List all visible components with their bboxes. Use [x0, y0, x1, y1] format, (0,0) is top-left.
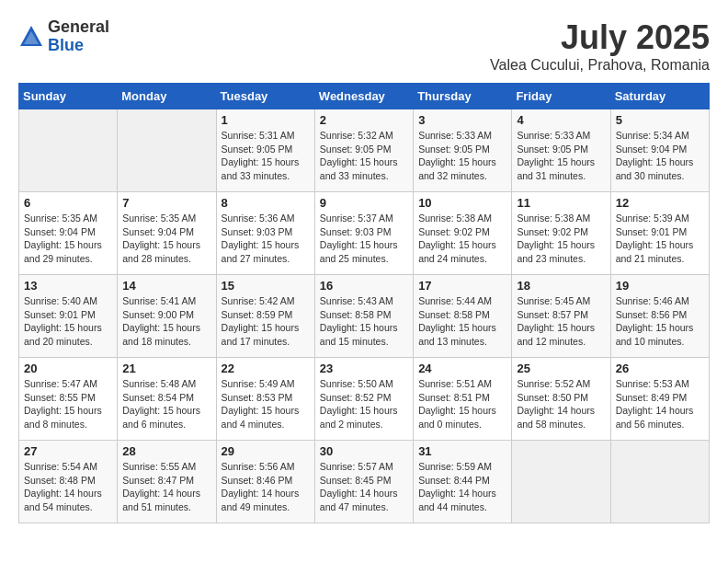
title-section: July 2025 Valea Cucului, Prahova, Romani…	[490, 18, 710, 74]
calendar-cell: 9Sunrise: 5:37 AM Sunset: 9:03 PM Daylig…	[314, 192, 413, 275]
day-info: Sunrise: 5:35 AM Sunset: 9:04 PM Dayligh…	[122, 212, 210, 266]
day-info: Sunrise: 5:33 AM Sunset: 9:05 PM Dayligh…	[418, 129, 506, 183]
week-row-1: 1Sunrise: 5:31 AM Sunset: 9:05 PM Daylig…	[19, 109, 710, 192]
day-info: Sunrise: 5:31 AM Sunset: 9:05 PM Dayligh…	[222, 129, 310, 183]
day-info: Sunrise: 5:32 AM Sunset: 9:05 PM Dayligh…	[320, 129, 408, 183]
calendar-cell: 29Sunrise: 5:56 AM Sunset: 8:46 PM Dayli…	[216, 441, 314, 523]
week-row-2: 6Sunrise: 5:35 AM Sunset: 9:04 PM Daylig…	[19, 192, 710, 275]
day-number: 16	[320, 279, 408, 293]
day-number: 14	[122, 279, 210, 293]
day-info: Sunrise: 5:52 AM Sunset: 8:50 PM Dayligh…	[517, 377, 605, 431]
day-info: Sunrise: 5:48 AM Sunset: 8:54 PM Dayligh…	[122, 377, 210, 431]
day-number: 2	[320, 113, 408, 127]
page-header: General Blue July 2025 Valea Cucului, Pr…	[18, 18, 710, 74]
logo-icon	[18, 24, 44, 50]
calendar-table: SundayMondayTuesdayWednesdayThursdayFrid…	[18, 83, 710, 523]
calendar-cell: 15Sunrise: 5:42 AM Sunset: 8:59 PM Dayli…	[216, 275, 314, 358]
calendar-cell: 5Sunrise: 5:34 AM Sunset: 9:04 PM Daylig…	[610, 109, 709, 192]
calendar-cell: 27Sunrise: 5:54 AM Sunset: 8:48 PM Dayli…	[19, 441, 118, 523]
calendar-cell: 19Sunrise: 5:46 AM Sunset: 8:56 PM Dayli…	[610, 275, 709, 358]
day-number: 12	[616, 196, 704, 210]
calendar-cell	[610, 441, 709, 523]
day-info: Sunrise: 5:46 AM Sunset: 8:56 PM Dayligh…	[616, 294, 704, 349]
day-number: 24	[418, 362, 506, 375]
calendar-cell: 24Sunrise: 5:51 AM Sunset: 8:51 PM Dayli…	[414, 358, 512, 441]
day-number: 30	[320, 444, 408, 458]
day-number: 17	[418, 279, 506, 293]
calendar-cell: 16Sunrise: 5:43 AM Sunset: 8:58 PM Dayli…	[314, 275, 413, 358]
calendar-cell: 17Sunrise: 5:44 AM Sunset: 8:58 PM Dayli…	[414, 275, 512, 358]
logo-text: General Blue	[48, 18, 109, 55]
day-number: 19	[616, 279, 704, 293]
day-info: Sunrise: 5:33 AM Sunset: 9:05 PM Dayligh…	[517, 129, 605, 183]
day-info: Sunrise: 5:51 AM Sunset: 8:51 PM Dayligh…	[418, 377, 506, 431]
day-info: Sunrise: 5:35 AM Sunset: 9:04 PM Dayligh…	[24, 212, 112, 266]
calendar-cell: 26Sunrise: 5:53 AM Sunset: 8:49 PM Dayli…	[610, 358, 709, 441]
week-row-4: 20Sunrise: 5:47 AM Sunset: 8:55 PM Dayli…	[19, 358, 710, 441]
calendar-cell: 23Sunrise: 5:50 AM Sunset: 8:52 PM Dayli…	[314, 358, 413, 441]
day-info: Sunrise: 5:55 AM Sunset: 8:47 PM Dayligh…	[122, 460, 210, 514]
day-info: Sunrise: 5:42 AM Sunset: 8:59 PM Dayligh…	[222, 294, 310, 349]
calendar-cell: 14Sunrise: 5:41 AM Sunset: 9:00 PM Dayli…	[118, 275, 216, 358]
column-header-tuesday: Tuesday	[216, 84, 314, 109]
column-header-thursday: Thursday	[414, 84, 512, 109]
day-info: Sunrise: 5:47 AM Sunset: 8:55 PM Dayligh…	[24, 377, 112, 431]
column-header-sunday: Sunday	[19, 84, 118, 109]
calendar-cell: 25Sunrise: 5:52 AM Sunset: 8:50 PM Dayli…	[512, 358, 610, 441]
day-info: Sunrise: 5:56 AM Sunset: 8:46 PM Dayligh…	[222, 460, 310, 514]
day-number: 6	[24, 196, 112, 210]
day-number: 8	[222, 196, 310, 210]
day-number: 5	[616, 113, 704, 127]
day-number: 23	[320, 362, 408, 375]
day-number: 22	[222, 362, 310, 375]
day-number: 29	[222, 444, 310, 458]
calendar-cell: 21Sunrise: 5:48 AM Sunset: 8:54 PM Dayli…	[118, 358, 216, 441]
day-info: Sunrise: 5:53 AM Sunset: 8:49 PM Dayligh…	[616, 377, 704, 431]
day-info: Sunrise: 5:34 AM Sunset: 9:04 PM Dayligh…	[616, 129, 704, 183]
calendar-cell: 4Sunrise: 5:33 AM Sunset: 9:05 PM Daylig…	[512, 109, 610, 192]
column-header-wednesday: Wednesday	[314, 84, 413, 109]
day-info: Sunrise: 5:43 AM Sunset: 8:58 PM Dayligh…	[320, 294, 408, 349]
calendar-cell	[118, 109, 216, 192]
location-title: Valea Cucului, Prahova, Romania	[490, 57, 710, 74]
calendar-cell: 13Sunrise: 5:40 AM Sunset: 9:01 PM Dayli…	[19, 275, 118, 358]
day-number: 18	[517, 279, 605, 293]
day-info: Sunrise: 5:38 AM Sunset: 9:02 PM Dayligh…	[517, 212, 605, 266]
day-info: Sunrise: 5:49 AM Sunset: 8:53 PM Dayligh…	[222, 377, 310, 431]
calendar-cell: 8Sunrise: 5:36 AM Sunset: 9:03 PM Daylig…	[216, 192, 314, 275]
calendar-cell: 30Sunrise: 5:57 AM Sunset: 8:45 PM Dayli…	[314, 441, 413, 523]
calendar-cell: 6Sunrise: 5:35 AM Sunset: 9:04 PM Daylig…	[19, 192, 118, 275]
day-number: 20	[24, 362, 112, 375]
calendar-cell: 10Sunrise: 5:38 AM Sunset: 9:02 PM Dayli…	[414, 192, 512, 275]
calendar-cell: 11Sunrise: 5:38 AM Sunset: 9:02 PM Dayli…	[512, 192, 610, 275]
day-number: 11	[517, 196, 605, 210]
day-info: Sunrise: 5:57 AM Sunset: 8:45 PM Dayligh…	[320, 460, 408, 514]
day-number: 10	[418, 196, 506, 210]
calendar-cell: 12Sunrise: 5:39 AM Sunset: 9:01 PM Dayli…	[610, 192, 709, 275]
day-info: Sunrise: 5:41 AM Sunset: 9:00 PM Dayligh…	[122, 294, 210, 349]
day-number: 28	[122, 444, 210, 458]
calendar-cell: 7Sunrise: 5:35 AM Sunset: 9:04 PM Daylig…	[118, 192, 216, 275]
day-info: Sunrise: 5:37 AM Sunset: 9:03 PM Dayligh…	[320, 212, 408, 266]
day-number: 9	[320, 196, 408, 210]
day-info: Sunrise: 5:39 AM Sunset: 9:01 PM Dayligh…	[616, 212, 704, 266]
calendar-cell: 22Sunrise: 5:49 AM Sunset: 8:53 PM Dayli…	[216, 358, 314, 441]
header-row: SundayMondayTuesdayWednesdayThursdayFrid…	[19, 84, 710, 109]
calendar-cell: 31Sunrise: 5:59 AM Sunset: 8:44 PM Dayli…	[414, 441, 512, 523]
day-number: 21	[122, 362, 210, 375]
logo: General Blue	[18, 18, 109, 55]
day-info: Sunrise: 5:38 AM Sunset: 9:02 PM Dayligh…	[418, 212, 506, 266]
day-number: 27	[24, 444, 112, 458]
day-number: 13	[24, 279, 112, 293]
column-header-monday: Monday	[118, 84, 216, 109]
column-header-saturday: Saturday	[610, 84, 709, 109]
logo-blue: Blue	[48, 37, 109, 55]
week-row-3: 13Sunrise: 5:40 AM Sunset: 9:01 PM Dayli…	[19, 275, 710, 358]
day-number: 3	[418, 113, 506, 127]
day-number: 7	[122, 196, 210, 210]
day-number: 1	[222, 113, 310, 127]
logo-general: General	[48, 18, 109, 37]
calendar-cell: 18Sunrise: 5:45 AM Sunset: 8:57 PM Dayli…	[512, 275, 610, 358]
calendar-cell: 3Sunrise: 5:33 AM Sunset: 9:05 PM Daylig…	[414, 109, 512, 192]
calendar-cell: 1Sunrise: 5:31 AM Sunset: 9:05 PM Daylig…	[216, 109, 314, 192]
